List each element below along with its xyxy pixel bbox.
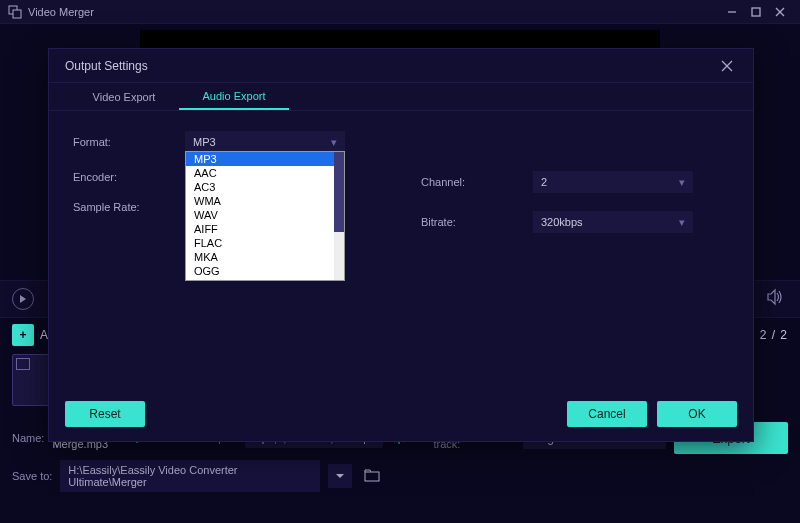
play-button[interactable]: [12, 288, 34, 310]
open-folder-icon[interactable]: [360, 464, 384, 488]
titlebar: Video Merger: [0, 0, 800, 24]
minimize-button[interactable]: [720, 3, 744, 21]
save-to-label: Save to:: [12, 470, 52, 482]
channel-select[interactable]: 2 ▾: [533, 171, 693, 193]
add-clip-label: A: [40, 328, 48, 342]
modal-title: Output Settings: [65, 59, 148, 73]
channel-label: Channel:: [421, 176, 521, 188]
app-icon: [8, 5, 22, 19]
format-option[interactable]: AIFF: [186, 222, 344, 236]
save-bar: Save to: H:\Eassily\Eassily Video Conver…: [0, 458, 800, 494]
sample-rate-label: Sample Rate:: [73, 201, 173, 213]
cancel-button[interactable]: Cancel: [567, 401, 647, 427]
format-option[interactable]: AU: [186, 278, 344, 281]
svg-rect-3: [752, 8, 760, 16]
svg-rect-1: [13, 10, 21, 18]
format-option[interactable]: AC3: [186, 180, 344, 194]
save-path-field[interactable]: H:\Eassily\Eassily Video Converter Ultim…: [60, 460, 320, 492]
format-option[interactable]: OGG: [186, 264, 344, 278]
svg-marker-7: [768, 290, 775, 304]
svg-marker-6: [20, 295, 26, 303]
format-dropdown-panel: MP3AACAC3WMAWAVAIFFFLACMKAOGGAU: [185, 151, 345, 281]
bitrate-select[interactable]: 320kbps ▾: [533, 211, 693, 233]
close-button[interactable]: [768, 3, 792, 21]
modal-close-button[interactable]: [717, 56, 737, 76]
chevron-down-icon: ▾: [331, 136, 337, 149]
format-option[interactable]: WAV: [186, 208, 344, 222]
volume-icon[interactable]: [766, 288, 788, 310]
format-option[interactable]: MP3: [186, 152, 344, 166]
output-settings-modal: Output Settings Video Export Audio Expor…: [48, 48, 754, 442]
encoder-label: Encoder:: [73, 171, 173, 183]
tab-video-export[interactable]: Video Export: [69, 83, 179, 110]
save-path-dropdown[interactable]: [328, 464, 352, 488]
add-clip-button[interactable]: +: [12, 324, 34, 346]
dropdown-scrollbar[interactable]: [334, 152, 344, 280]
page-indicator: 2 / 2: [760, 328, 788, 342]
scrollbar-thumb[interactable]: [334, 152, 344, 232]
name-label: Name:: [12, 432, 44, 444]
reset-button[interactable]: Reset: [65, 401, 145, 427]
format-label: Format:: [73, 136, 173, 148]
channel-value: 2: [541, 176, 547, 188]
chevron-down-icon: ▾: [679, 176, 685, 189]
format-option[interactable]: WMA: [186, 194, 344, 208]
ok-button[interactable]: OK: [657, 401, 737, 427]
film-icon: [16, 358, 30, 370]
tab-audio-export[interactable]: Audio Export: [179, 83, 289, 110]
format-value: MP3: [193, 136, 216, 148]
format-option[interactable]: MKA: [186, 250, 344, 264]
app-title: Video Merger: [28, 6, 94, 18]
maximize-button[interactable]: [744, 3, 768, 21]
svg-rect-11: [365, 472, 379, 481]
format-option[interactable]: AAC: [186, 166, 344, 180]
format-select[interactable]: MP3 ▾: [185, 131, 345, 153]
format-option[interactable]: FLAC: [186, 236, 344, 250]
chevron-down-icon: ▾: [679, 216, 685, 229]
svg-marker-10: [336, 474, 344, 478]
bitrate-value: 320kbps: [541, 216, 583, 228]
bitrate-label: Bitrate:: [421, 216, 521, 228]
